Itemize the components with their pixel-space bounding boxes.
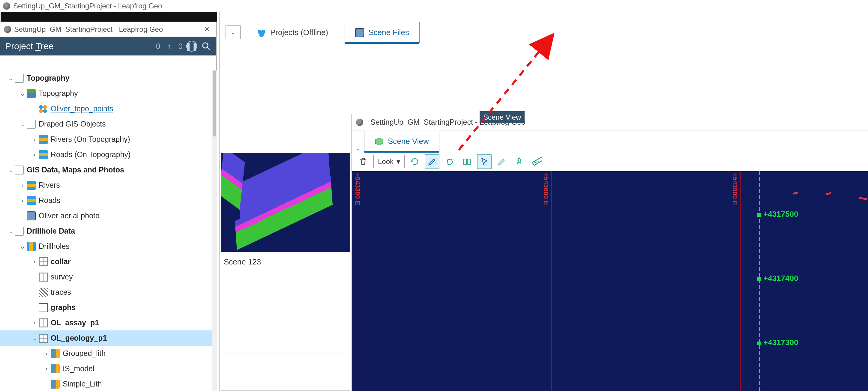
up-arrow-icon[interactable]: ↑ xyxy=(164,41,175,52)
tree-label: Oliver aerial photo xyxy=(39,211,100,220)
svg-rect-5 xyxy=(532,157,542,165)
count-a: 0 xyxy=(156,42,160,51)
grid-v-line xyxy=(551,171,552,391)
refresh-icon[interactable] xyxy=(408,155,422,169)
layer-icon xyxy=(27,196,36,205)
chevron-down-icon[interactable]: ⌄ xyxy=(18,121,27,128)
tree-label: collar xyxy=(51,257,71,266)
chevron-right-icon[interactable]: › xyxy=(30,136,39,143)
layout-icon[interactable] xyxy=(460,155,474,169)
projects-icon xyxy=(257,28,266,37)
tree-row[interactable]: ⌄Drillholes xyxy=(0,239,217,254)
tab-menu-chevron[interactable]: ⌄ xyxy=(225,26,241,39)
tree-row[interactable]: ›Grouped_lith xyxy=(0,346,217,361)
tree-label: Topography xyxy=(39,89,78,98)
tab-projects[interactable]: Projects (Offline) xyxy=(247,22,339,43)
chevron-down-icon[interactable]: ⌄ xyxy=(6,75,15,82)
inner-window-title-bar: SettingUp_GM_StartingProject - Leapfrog … xyxy=(0,22,216,37)
close-icon[interactable]: ✕ xyxy=(204,25,210,34)
tree-row[interactable]: ⌄Draped GIS Objects xyxy=(0,116,217,132)
tree-row[interactable]: Simple_Lith xyxy=(0,376,217,391)
chevron-right-icon[interactable]: › xyxy=(30,319,39,326)
app-icon xyxy=(356,119,363,126)
chevron-down-icon[interactable]: ⌄ xyxy=(6,228,15,235)
tree-row[interactable]: ›Rivers (On Topography) xyxy=(0,132,217,147)
project-tree[interactable]: ⌄Topography⌄TopographyOliver_topo_points… xyxy=(0,70,217,391)
float-title-bar: SettingUp_GM_StartingProject - Leapfrog … xyxy=(352,114,868,130)
tree-row[interactable]: survey xyxy=(0,269,217,285)
dots-icon xyxy=(39,104,48,113)
chevron-right-icon[interactable]: › xyxy=(18,197,27,204)
pause-icon[interactable]: ❚❚ xyxy=(186,41,197,52)
tab-scene-files[interactable]: Scene Files xyxy=(345,22,420,43)
tree-row[interactable]: ›OL_assay_p1 xyxy=(0,315,217,330)
tree-label: Roads (On Topography) xyxy=(51,150,130,159)
scrollbar-track[interactable] xyxy=(212,70,217,391)
tree-row[interactable]: graphs xyxy=(0,300,217,315)
tree-row[interactable]: ⌄OL_geology_p1 xyxy=(0,330,217,346)
chevron-right-icon[interactable]: › xyxy=(42,365,51,372)
chevron-right-icon[interactable]: › xyxy=(18,182,27,189)
tree-label: graphs xyxy=(51,303,75,312)
east-label: +4317500 xyxy=(763,209,798,219)
tree-label: Topography xyxy=(27,74,70,83)
photo-icon xyxy=(27,211,36,220)
tree-label: survey xyxy=(51,272,73,281)
main-title-text: SettingUp_GM_StartingProject - Leapfrog … xyxy=(13,2,162,10)
folder-icon xyxy=(15,227,24,236)
east-line xyxy=(759,171,760,391)
topo-icon xyxy=(27,89,36,98)
tree-label: Rivers (On Topography) xyxy=(51,135,130,143)
polygon-icon[interactable] xyxy=(442,155,457,169)
layer-icon xyxy=(39,135,48,144)
tree-row[interactable]: ›IS_model xyxy=(0,361,217,376)
scene-view-icon xyxy=(375,137,383,146)
tree-row[interactable]: ›Roads xyxy=(0,193,217,208)
eraser-icon[interactable] xyxy=(495,155,509,169)
chevron-down-icon[interactable]: ⌄ xyxy=(18,90,27,97)
grid-h-line xyxy=(352,203,868,203)
table-icon xyxy=(39,257,48,266)
chevron-right-icon[interactable]: › xyxy=(30,258,39,265)
pin-icon[interactable] xyxy=(512,155,526,169)
tree-row[interactable]: ⌄Drillhole Data xyxy=(0,223,217,239)
pen-tool-icon[interactable] xyxy=(425,155,439,169)
tree-row[interactable]: ⌄GIS Data, Maps and Photos xyxy=(0,162,217,177)
tree-label: OL_assay_p1 xyxy=(51,319,99,327)
mark xyxy=(859,197,867,200)
tree-row[interactable]: ⌄Topography xyxy=(0,70,217,86)
scene-card[interactable]: Scene 123 xyxy=(221,153,350,272)
chevron-right-icon[interactable]: › xyxy=(42,350,51,357)
folder-icon xyxy=(15,165,24,174)
scrollbar-thumb[interactable] xyxy=(213,70,216,136)
layer-icon xyxy=(27,181,36,190)
table-icon xyxy=(39,319,48,327)
tree-row[interactable]: ⌄Topography xyxy=(0,86,217,101)
tree-row[interactable]: ›Roads (On Topography) xyxy=(0,147,217,162)
tree-row[interactable]: ›Rivers xyxy=(0,177,217,193)
tree-row[interactable]: ›collar xyxy=(0,254,217,269)
chevron-down-icon[interactable]: ⌄ xyxy=(18,243,27,250)
folder-icon xyxy=(27,120,36,129)
folder-icon xyxy=(15,74,24,83)
traces-icon xyxy=(39,288,48,297)
chevron-down-icon[interactable]: ⌄ xyxy=(30,335,39,342)
tree-row[interactable]: traces xyxy=(0,285,217,300)
tree-row[interactable]: Oliver_topo_points xyxy=(0,101,217,116)
chevron-right-icon[interactable]: › xyxy=(30,151,39,158)
scene-thumbnail xyxy=(221,153,350,252)
cursor-icon[interactable] xyxy=(477,155,492,169)
chevron-down-icon[interactable]: ⌄ xyxy=(6,166,15,174)
ruler-icon[interactable] xyxy=(529,155,544,169)
tree-row[interactable]: Oliver aerial photo xyxy=(0,208,217,223)
delete-icon[interactable] xyxy=(356,155,370,169)
look-dropdown[interactable]: Look ▾ xyxy=(373,155,405,168)
tab-scene-view[interactable]: Scene View xyxy=(364,131,439,152)
svg-marker-2 xyxy=(375,138,383,145)
row-separator xyxy=(221,390,350,391)
search-icon[interactable] xyxy=(200,41,212,52)
tab-menu-chevron[interactable]: ⌄ xyxy=(356,146,360,152)
table-icon xyxy=(39,272,48,282)
svg-rect-4 xyxy=(467,159,470,164)
scene-viewport[interactable]: +543300 E +543600 E +543900 E +4317500 +… xyxy=(352,171,868,391)
